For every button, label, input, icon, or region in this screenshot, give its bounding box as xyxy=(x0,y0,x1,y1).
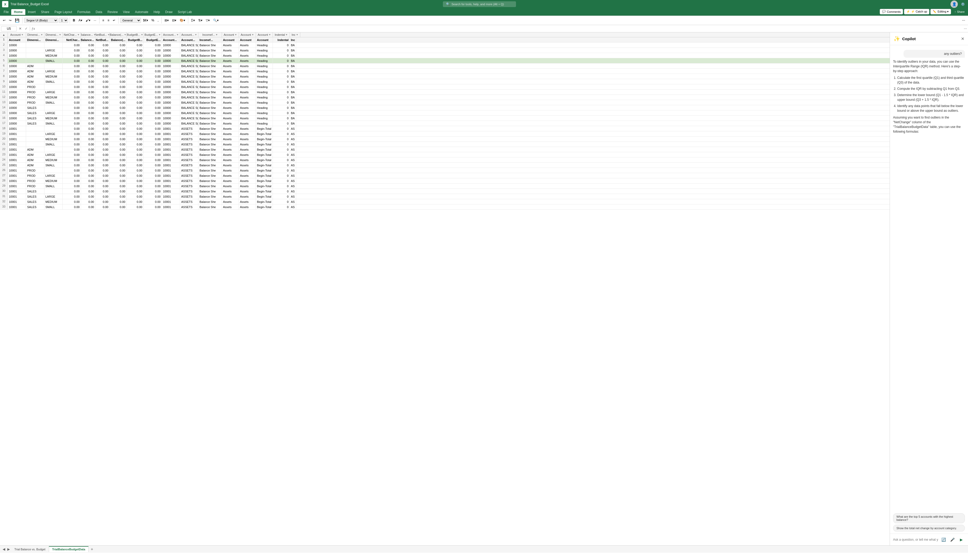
table-cell[interactable]: 0.00 xyxy=(63,84,81,89)
table-cell[interactable]: BALANCE S( xyxy=(180,105,199,110)
table-cell[interactable]: 0.00 xyxy=(81,204,95,209)
table-cell[interactable]: 0.00 xyxy=(95,95,110,100)
table-cell[interactable]: 10001 xyxy=(8,152,26,157)
table-cell[interactable]: Assets xyxy=(222,204,239,209)
table-cell[interactable]: 0.00 xyxy=(63,126,81,131)
table-cell[interactable]: LARGE xyxy=(45,48,63,53)
table-cell[interactable]: 10001 xyxy=(162,194,180,199)
table-cell[interactable]: 0.00 xyxy=(95,194,110,199)
table-cell[interactable]: 10001 xyxy=(162,152,180,157)
table-cell[interactable]: Begin-Total xyxy=(256,152,273,157)
save-button[interactable]: 💾 xyxy=(13,18,21,23)
table-cell[interactable]: 0.00 xyxy=(110,58,127,63)
table-cell[interactable]: 0.00 xyxy=(63,173,81,178)
table-cell[interactable]: Assets xyxy=(239,147,256,152)
table-cell[interactable] xyxy=(26,131,45,136)
table-cell[interactable]: 10001 xyxy=(162,204,180,209)
table-cell[interactable]: 0.00 xyxy=(144,194,162,199)
table-cell[interactable]: 10001 xyxy=(8,157,26,162)
table-cell[interactable]: PROD xyxy=(26,178,45,183)
table-cell[interactable]: 0.00 xyxy=(95,48,110,53)
table-cell[interactable]: AS xyxy=(290,184,296,189)
table-cell[interactable]: 0.00 xyxy=(81,100,95,105)
table-cell[interactable]: NetBud... xyxy=(95,37,110,42)
table-cell[interactable]: 0 xyxy=(273,95,290,100)
wrap-text-button[interactable]: ↵ xyxy=(111,18,117,23)
table-cell[interactable]: Balance She xyxy=(199,204,222,209)
table-cell[interactable]: Assets xyxy=(222,199,239,204)
table-cell[interactable]: 0.00 xyxy=(110,121,127,126)
suggestion-2-button[interactable]: Show the total net change by account cat… xyxy=(893,525,965,532)
table-row[interactable]: 18100010.000.000.000.000.000.0010001ASSE… xyxy=(0,126,890,131)
table-cell[interactable]: BALANCE S( xyxy=(180,69,199,74)
table-cell[interactable]: SMALL xyxy=(45,58,63,63)
table-cell[interactable]: Balance She xyxy=(199,173,222,178)
table-cell[interactable]: PROD xyxy=(26,184,45,189)
table-cell[interactable]: 0.00 xyxy=(95,199,110,204)
table-cell[interactable]: 0 xyxy=(273,116,290,121)
table-cell[interactable]: 0.00 xyxy=(110,69,127,74)
table-row[interactable]: 1010000PROD0.000.000.000.000.000.0010000… xyxy=(0,84,890,89)
table-cell[interactable]: Assets xyxy=(222,79,239,84)
table-cell[interactable]: 0.00 xyxy=(95,89,110,94)
table-cell[interactable]: 0.00 xyxy=(127,178,144,183)
table-row[interactable]: 2210001ADM0.000.000.000.000.000.0010001A… xyxy=(0,147,890,152)
table-cell[interactable]: AS xyxy=(290,162,296,167)
col-header-o[interactable]: Account▼ xyxy=(256,32,273,37)
table-cell[interactable]: 0.00 xyxy=(144,136,162,141)
table-cell[interactable] xyxy=(45,147,63,152)
table-cell[interactable]: Assets xyxy=(222,184,239,189)
table-cell[interactable]: Begin-Total xyxy=(256,157,273,162)
table-cell[interactable]: 0.00 xyxy=(81,43,95,48)
table-cell[interactable]: 0.00 xyxy=(81,142,95,147)
percent-button[interactable]: % xyxy=(150,18,156,23)
table-cell[interactable]: 0.00 xyxy=(144,63,162,68)
settings-icon[interactable]: ⚙️ xyxy=(960,1,966,7)
table-cell[interactable]: 0 xyxy=(273,53,290,58)
col-header-l[interactable]: Incomef...▼ xyxy=(199,32,222,37)
table-cell[interactable]: SALES xyxy=(26,111,45,115)
table-cell[interactable]: 0 xyxy=(273,162,290,167)
table-cell[interactable]: SALES xyxy=(26,121,45,126)
table-cell[interactable]: 10000 xyxy=(8,43,26,48)
table-cell[interactable]: 10000 xyxy=(8,74,26,79)
table-cell[interactable]: 10001 xyxy=(162,173,180,178)
table-cell[interactable]: BA xyxy=(290,84,296,89)
table-cell[interactable]: 10000 xyxy=(162,84,180,89)
table-cell[interactable]: Assets xyxy=(222,53,239,58)
table-cell[interactable]: Assets xyxy=(222,126,239,131)
table-cell[interactable]: BA xyxy=(290,105,296,110)
table-cell[interactable]: PROD xyxy=(26,95,45,100)
table-cell[interactable]: 0.00 xyxy=(95,69,110,74)
table-cell[interactable]: 0.00 xyxy=(95,162,110,167)
table-cell[interactable]: 0.00 xyxy=(95,100,110,105)
expand-button[interactable]: ⋯ xyxy=(961,18,966,23)
table-cell[interactable]: ADM xyxy=(26,69,45,74)
table-cell[interactable]: BALANCE S( xyxy=(180,89,199,94)
comma-button[interactable]: , xyxy=(156,18,160,23)
table-cell[interactable]: SMALL xyxy=(45,100,63,105)
table-cell[interactable]: BALANCE S( xyxy=(180,63,199,68)
table-cell[interactable]: 0.00 xyxy=(63,189,81,194)
table-cell[interactable]: AS xyxy=(290,126,296,131)
table-cell[interactable]: 0.00 xyxy=(110,157,127,162)
table-cell[interactable]: 0.00 xyxy=(63,136,81,141)
table-cell[interactable]: 10001 xyxy=(8,184,26,189)
table-row[interactable]: 2610001PROD0.000.000.000.000.000.0010001… xyxy=(0,168,890,173)
table-row[interactable]: 3210001SALESMEDIUM0.000.000.000.000.000.… xyxy=(0,199,890,204)
table-cell[interactable] xyxy=(45,168,63,173)
table-cell[interactable]: 0.00 xyxy=(127,48,144,53)
table-cell[interactable]: 0.00 xyxy=(144,105,162,110)
table-cell[interactable]: 10000 xyxy=(162,79,180,84)
table-cell[interactable]: Assets xyxy=(239,173,256,178)
table-cell[interactable]: Assets xyxy=(239,142,256,147)
table-cell[interactable]: 10001 xyxy=(162,126,180,131)
table-cell[interactable]: 0.00 xyxy=(110,48,127,53)
table-cell[interactable]: Incomef... xyxy=(199,37,222,42)
table-cell[interactable]: Balance(... xyxy=(110,37,127,42)
table-cell[interactable]: 0.00 xyxy=(95,43,110,48)
table-cell[interactable]: 10001 xyxy=(162,189,180,194)
table-cell[interactable]: ADM xyxy=(26,162,45,167)
table-cell[interactable]: Balance She xyxy=(199,105,222,110)
table-cell[interactable]: Assets xyxy=(222,157,239,162)
